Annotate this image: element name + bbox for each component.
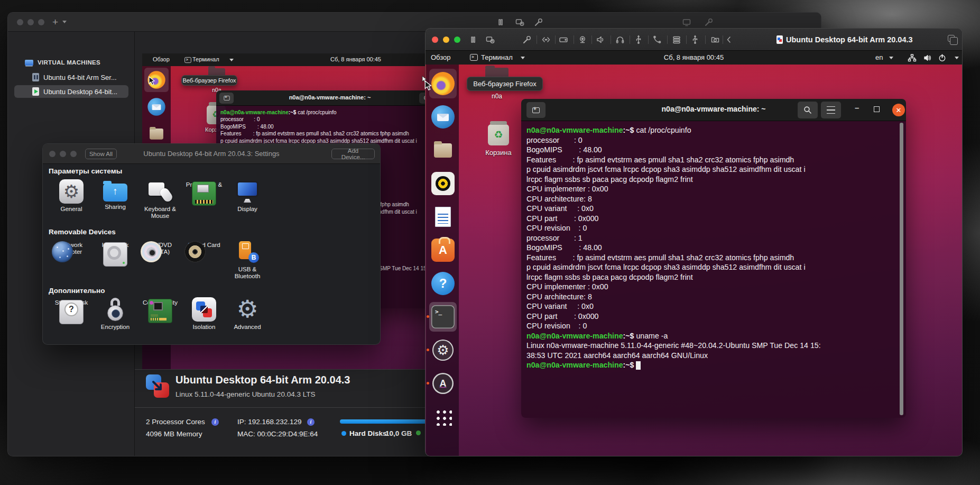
camera-button[interactable]	[577, 34, 588, 45]
menu-button[interactable]	[821, 102, 841, 118]
settings-section-heading: Removable Devices	[49, 228, 116, 236]
minimize-button[interactable]: –	[855, 103, 859, 112]
add-vm-button[interactable]: +	[52, 17, 58, 27]
terminal-text: Linux n0a-vmware-machine 5.11.0-44-gener…	[526, 341, 821, 350]
dock-item-software-updater[interactable]	[429, 369, 457, 398]
settings-item-sound-card[interactable]: Sound Card	[183, 240, 225, 249]
power-icon[interactable]	[938, 53, 947, 62]
sidebar-item-ubuntu-64-bit-arm-ser[interactable]: Ubuntu 64-bit Arm Ser...	[14, 71, 128, 84]
terminal-text: p cpuid asimdrdm jscvt fcma lrcpc dcpop …	[526, 263, 806, 271]
settings-item-general[interactable]: General	[50, 179, 93, 213]
settings-item-usb-bluetooth[interactable]: BUSB & Bluetooth	[226, 240, 269, 280]
settings-item-advanced[interactable]: Advanced	[226, 297, 269, 331]
terminal-line: BogoMIPS : 48.00	[526, 145, 906, 155]
terminal-line: BogoMIPS : 48.00	[526, 243, 906, 253]
wrench-icon[interactable]	[533, 17, 544, 28]
settings-item-encryption[interactable]: Encryption	[94, 297, 136, 331]
zoom-button[interactable]	[454, 36, 460, 43]
settings-titlebar[interactable]: Show All Ubuntu Desktop 64-bit Arm 20.04…	[43, 144, 380, 164]
dock-item-rhythmbox[interactable]	[429, 169, 457, 198]
dock-item-settings[interactable]	[429, 335, 457, 365]
show-applications-icon	[431, 405, 455, 428]
terminal-line: CPU architecture: 8	[526, 194, 906, 204]
network-icon[interactable]	[908, 53, 917, 62]
settings-item-display[interactable]: Display	[226, 179, 269, 213]
settings-item-hard-disk-nvme[interactable]: Hard Disk (NVMe)	[94, 240, 136, 255]
mini-terminal-titlebar[interactable]: n0a@n0a-vmware-machine: ~	[216, 90, 443, 106]
terminal-text: cat /proc/cpuinfo	[636, 126, 691, 134]
vm-ip-stat: IP: 192.168.232.129	[237, 418, 302, 426]
keyboard-layout-indicator[interactable]: en	[875, 53, 883, 61]
close-button[interactable]: ✕	[892, 104, 905, 116]
info-icon[interactable]: i	[211, 418, 219, 426]
usb-button[interactable]	[633, 34, 644, 45]
settings-item-network-adapter[interactable]: Network Adapter	[50, 240, 93, 255]
settings-item-startup-disk[interactable]: Startup Disk	[50, 297, 93, 306]
zoom-button[interactable]	[38, 19, 44, 25]
settings-wrench-button[interactable]	[522, 34, 532, 45]
mini-clock[interactable]: Сб, 8 января 00:45	[330, 56, 381, 62]
dock-item-show-applications[interactable]	[429, 402, 457, 432]
add-device-button[interactable]: Add Device...	[331, 149, 375, 159]
terminal-text: CPU revision : 0	[526, 224, 587, 232]
settings-item-keyboard-mouse[interactable]: Keyboard & Mouse	[139, 179, 181, 219]
close-button[interactable]	[49, 151, 56, 157]
terminal-line: lrcpc flagm ssbs sb paca pacg dcpodp fla…	[526, 272, 906, 282]
shared-folder-button[interactable]	[710, 34, 720, 45]
terminal-text: processor : 0	[526, 136, 583, 144]
settings-item-label: Keyboard & Mouse	[139, 206, 181, 219]
snapshot-button[interactable]	[514, 17, 525, 28]
dock-item-terminal[interactable]	[429, 302, 457, 332]
dock-item-thunderbird[interactable]	[429, 102, 457, 132]
settings-item-cd-dvd-sata[interactable]: CD/DVD (SATA)	[139, 240, 181, 255]
sidebar-item-ubuntu-desktop-64-bit[interactable]: Ubuntu Desktop 64-bit...	[14, 85, 128, 98]
display-icon[interactable]	[681, 17, 692, 28]
new-window-icon[interactable]	[948, 35, 955, 42]
terminal-cursor	[636, 361, 641, 370]
dock-item-help[interactable]	[429, 269, 457, 298]
usb-device-button[interactable]	[690, 34, 700, 45]
mini-app-menu[interactable]: Терминал	[192, 56, 219, 62]
headphones-button[interactable]	[615, 34, 625, 45]
mini-activities-button[interactable]: Обзор	[153, 56, 170, 62]
collapse-toolbar-button[interactable]	[724, 34, 734, 45]
minimize-button[interactable]	[60, 151, 66, 157]
settings-item-compatibility[interactable]: Compatibility	[139, 297, 181, 306]
terminal-line: CPU architecture: 8	[526, 292, 906, 302]
sound-button[interactable]	[595, 34, 606, 45]
terminal-titlebar[interactable]: n0a@n0a-vmware-machine: ~ – ✕	[521, 99, 906, 121]
settings-item-isolation[interactable]: Isolation	[183, 297, 225, 331]
minimize-button[interactable]	[27, 19, 34, 25]
search-button[interactable]	[798, 102, 818, 118]
volume-icon[interactable]	[923, 53, 932, 62]
dock-item-thunderbird[interactable]	[144, 95, 169, 119]
settings-item-processors-memory[interactable]: Processors & Memory	[183, 179, 225, 195]
code-snippets-button[interactable]	[541, 34, 551, 45]
maximize-button[interactable]	[874, 106, 880, 112]
phone-button[interactable]	[652, 34, 662, 45]
info-icon[interactable]: i	[307, 418, 315, 426]
dock-item-files[interactable]	[429, 135, 457, 165]
settings-item-label: Sharing	[94, 204, 136, 211]
pause-vm-button[interactable]	[495, 17, 506, 28]
dock-item-libreoffice-writer[interactable]	[429, 202, 457, 232]
zoom-button[interactable]	[70, 151, 77, 157]
chevron-down-icon	[955, 57, 959, 59]
minimize-button[interactable]	[443, 36, 449, 43]
settings-item-sharing[interactable]: Sharing	[94, 179, 136, 211]
terminal-text: lrcpc flagm ssbs sb paca pacg dcpodp fla…	[526, 273, 693, 281]
snapshot-button[interactable]	[485, 34, 495, 45]
terminal-body[interactable]: n0a@n0a-vmware-machine:~$ cat /proc/cpui…	[521, 121, 906, 418]
server-stack-button[interactable]	[671, 34, 682, 45]
terminal-scrollbar[interactable]	[900, 123, 903, 415]
pause-vm-button[interactable]	[468, 34, 478, 45]
hard-disk-button[interactable]	[558, 34, 569, 45]
trash-icon[interactable]	[488, 124, 509, 145]
terminal-window[interactable]: n0a@n0a-vmware-machine: ~ – ✕ n0a@n0a-vm…	[521, 99, 906, 418]
close-button[interactable]	[432, 36, 438, 43]
wrench-icon-secondary[interactable]	[704, 17, 714, 28]
close-button[interactable]	[17, 19, 23, 25]
dock-item-ubuntu-software[interactable]	[429, 235, 457, 265]
dock-item-files[interactable]	[144, 122, 169, 146]
vm-titlebar[interactable]: Ubuntu Desktop 64-bit Arm 20.04.3	[426, 29, 962, 51]
